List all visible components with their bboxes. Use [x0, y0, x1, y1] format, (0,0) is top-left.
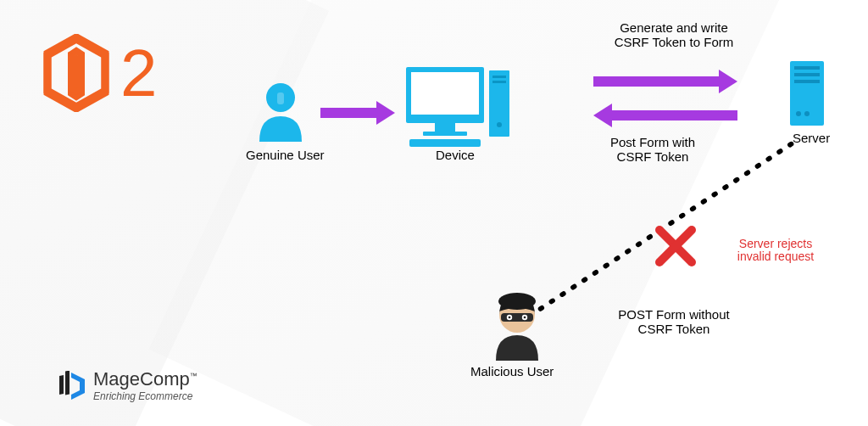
svg-rect-19: [320, 108, 376, 118]
server-icon: [788, 59, 826, 131]
svg-point-7: [497, 122, 502, 127]
svg-rect-12: [409, 139, 481, 147]
svg-rect-9: [411, 72, 479, 115]
svg-point-31: [524, 317, 526, 319]
svg-marker-20: [376, 101, 395, 125]
malicious-user-icon: [487, 293, 547, 364]
device-label: Device: [436, 149, 475, 163]
magecomp-icon: [59, 371, 86, 400]
svg-point-30: [509, 317, 511, 319]
svg-rect-16: [794, 80, 820, 83]
magento2-logo: 2: [42, 34, 157, 112]
company-name: MageComp™: [93, 368, 198, 390]
device-icon: [403, 64, 513, 152]
post-with-token-label: Post Form with CSRF Token: [593, 136, 712, 164]
svg-point-18: [804, 111, 810, 116]
svg-marker-22: [719, 70, 737, 93]
svg-point-17: [796, 111, 801, 116]
magecomp-logo: MageComp™ Enriching Ecommerce: [59, 368, 198, 402]
svg-rect-35: [59, 375, 64, 395]
svg-rect-23: [612, 110, 737, 121]
magento-icon: [42, 34, 110, 112]
genuine-user-label: Genuine User: [246, 149, 325, 163]
version-number: 2: [120, 35, 157, 112]
server-label: Server: [793, 132, 830, 146]
svg-rect-14: [794, 66, 820, 70]
malicious-user-label: Malicious User: [470, 365, 554, 379]
arrow-device-to-server: [593, 70, 737, 97]
svg-point-26: [498, 293, 536, 310]
reject-label: Server rejects invalid request: [725, 238, 826, 264]
svg-marker-24: [593, 104, 612, 127]
svg-line-32: [541, 138, 800, 309]
svg-rect-21: [593, 76, 719, 87]
svg-rect-15: [794, 73, 820, 76]
svg-rect-3: [277, 92, 284, 104]
genuine-user-icon: [254, 81, 307, 145]
svg-rect-6: [492, 81, 506, 83]
svg-rect-5: [492, 76, 506, 78]
post-without-token-label: POST Form without CSRF Token: [606, 308, 742, 336]
company-tagline: Enriching Ecommerce: [93, 390, 198, 402]
arrow-user-to-device: [320, 101, 395, 128]
svg-rect-36: [65, 371, 70, 395]
svg-rect-11: [423, 132, 467, 136]
svg-marker-37: [71, 373, 85, 400]
arrow-server-to-device: [593, 104, 737, 131]
reject-x-icon: [654, 225, 697, 271]
svg-rect-10: [435, 123, 455, 132]
generate-token-label: Generate and write CSRF Token to Form: [602, 21, 746, 49]
svg-rect-27: [501, 313, 533, 322]
